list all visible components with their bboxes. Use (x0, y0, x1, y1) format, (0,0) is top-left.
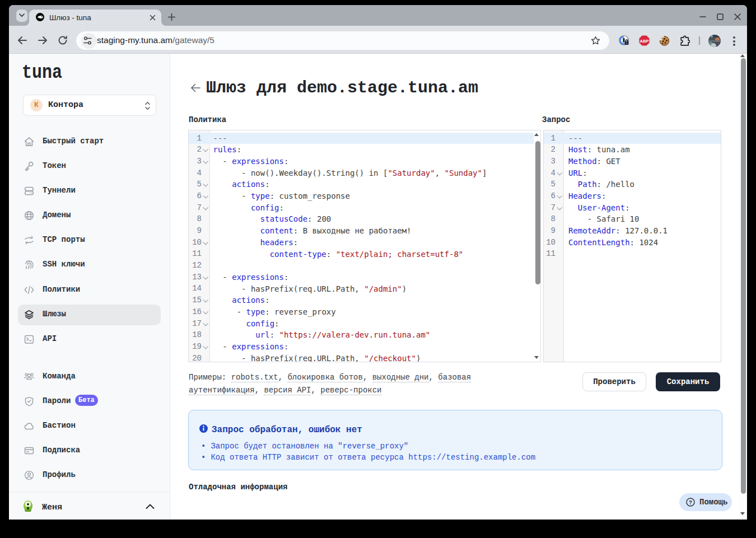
svg-text:ABP: ABP (640, 39, 649, 44)
svg-text:?: ? (689, 500, 692, 506)
